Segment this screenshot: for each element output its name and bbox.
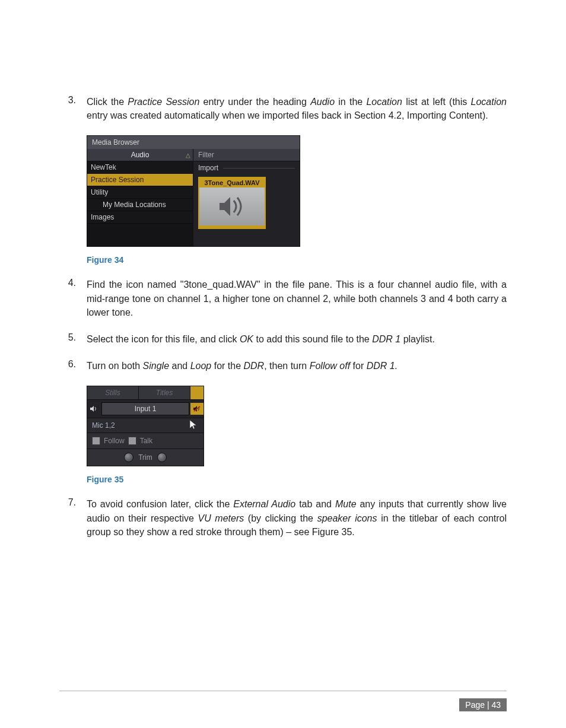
italic-text: Follow off	[310, 361, 350, 371]
italic-text: DDR 1.	[367, 361, 398, 371]
divider	[223, 168, 295, 169]
text: for	[350, 361, 367, 371]
tab-extra[interactable]	[190, 386, 203, 399]
text: , then turn	[264, 361, 310, 371]
list-item-5: 5. Select the icon for this file, and cl…	[59, 332, 507, 346]
list-item-6: 6. Turn on both Single and Loop for the …	[59, 359, 507, 373]
location-item-images[interactable]: Images	[87, 211, 193, 224]
location-item-utility[interactable]: Utility	[87, 186, 193, 199]
header-label: Audio	[131, 151, 150, 159]
cursor-icon	[189, 419, 198, 433]
follow-label: Follow	[104, 437, 125, 445]
tab-stills[interactable]: Stills	[87, 386, 139, 399]
talk-checkbox[interactable]	[128, 437, 136, 445]
location-item-newtek[interactable]: NewTek	[87, 161, 193, 174]
item-number: 6.	[59, 359, 76, 373]
item-body: Click the Practice Session entry under t…	[87, 95, 507, 122]
window-title: Media Browser	[87, 136, 300, 149]
speaker-right-icon[interactable]	[190, 403, 203, 415]
text: Turn on both	[87, 361, 143, 371]
text: tab and	[295, 499, 335, 509]
text: (by clicking the	[244, 513, 317, 523]
italic-text: Single	[143, 361, 169, 371]
item-body: Turn on both Single and Loop for the DDR…	[87, 359, 507, 373]
import-group-label: Import	[198, 164, 218, 172]
footer-rule	[59, 691, 507, 692]
list-item-3: 3. Click the Practice Session entry unde…	[59, 95, 507, 122]
italic-text: Location	[471, 97, 507, 107]
italic-text: speaker icons	[317, 513, 377, 523]
item-body: To avoid confusion later, click the Exte…	[87, 497, 507, 539]
item-number: 5.	[59, 332, 76, 346]
figure-34-caption: Figure 34	[87, 255, 507, 265]
text: to add this sound file to the	[253, 334, 372, 344]
text: and	[169, 361, 190, 371]
text: list at left (this	[402, 97, 471, 107]
text: To avoid confusion later, click the	[87, 499, 233, 509]
text: playlist.	[400, 334, 435, 344]
item-number: 3.	[59, 95, 76, 122]
audio-control-panel: Stills Titles Input 1 Mic 1,2	[87, 386, 204, 466]
follow-checkbox[interactable]	[92, 437, 100, 445]
tab-titles[interactable]: Titles	[139, 386, 190, 399]
italic-text: Loop	[190, 361, 212, 371]
italic-text: Location	[366, 97, 402, 107]
italic-text: VU meters	[198, 513, 244, 523]
audio-file-icon	[199, 187, 265, 225]
trim-knob-right[interactable]	[157, 453, 167, 462]
filter-input[interactable]: Filter	[193, 149, 300, 161]
figure-35-caption: Figure 35	[87, 475, 507, 484]
text: in the	[335, 97, 366, 107]
talk-label: Talk	[140, 437, 152, 445]
mic-channel-label[interactable]: Mic 1,2	[87, 418, 203, 433]
trim-knob-left[interactable]	[124, 453, 133, 462]
page-number-badge: Page | 43	[459, 698, 507, 711]
italic-text: Audio	[310, 97, 335, 107]
sort-triangle-icon: △	[186, 152, 190, 158]
text: entry under the heading	[199, 97, 310, 107]
trim-label: Trim	[138, 453, 152, 462]
mic-label: Mic 1,2	[92, 421, 115, 430]
text: Click the	[87, 97, 128, 107]
italic-text: OK	[240, 334, 253, 344]
file-pane: Filter Import 3Tone_Quad.WAV	[193, 149, 300, 246]
italic-text: Mute	[335, 499, 357, 509]
item-number: 7.	[59, 497, 76, 539]
italic-text: DDR	[244, 361, 265, 371]
location-item-my-media[interactable]: My Media Locations	[87, 199, 193, 211]
list-item-4: 4. Find the icon named "3tone_quad.WAV" …	[59, 278, 507, 319]
location-list: Audio △ NewTek Practice Session Utility …	[87, 149, 193, 246]
text: entry was created automatically when we …	[87, 110, 488, 120]
file-3tone-quad[interactable]: 3Tone_Quad.WAV	[198, 177, 266, 229]
text: Select the icon for this file, and click	[87, 334, 240, 344]
item-body: Find the icon named "3tone_quad.WAV" in …	[87, 278, 507, 319]
speaker-left-icon[interactable]	[87, 403, 100, 415]
item-body: Select the icon for this file, and click…	[87, 332, 507, 346]
list-item-7: 7. To avoid confusion later, click the E…	[59, 497, 507, 539]
italic-text: DDR 1	[372, 334, 400, 344]
italic-text: External Audio	[233, 499, 295, 509]
input-1-select[interactable]: Input 1	[101, 402, 189, 415]
text: for the	[211, 361, 243, 371]
audio-category-header[interactable]: Audio △	[87, 149, 193, 161]
item-number: 4.	[59, 278, 76, 319]
location-item-practice-session[interactable]: Practice Session	[87, 174, 193, 186]
file-name-label: 3Tone_Quad.WAV	[199, 178, 265, 187]
italic-text: Practice Session	[128, 97, 199, 107]
media-browser-window: Media Browser Audio △ NewTek Practice Se…	[87, 135, 300, 247]
